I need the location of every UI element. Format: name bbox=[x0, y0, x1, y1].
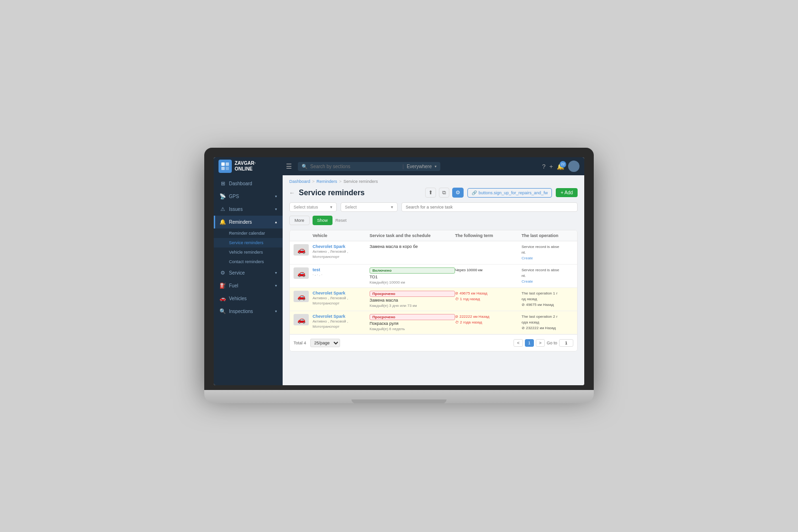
search-scope[interactable]: Everywhere bbox=[407, 164, 432, 169]
notifications-button[interactable]: 🔔 22 bbox=[557, 163, 564, 170]
task-name: Замена масла в коро бе bbox=[370, 244, 455, 249]
term-cell: Через 10000 км bbox=[455, 267, 522, 273]
service-task: Просрочено Замена масла Каждый(е) 3 дня … bbox=[370, 291, 455, 308]
status-filter-label: Select status bbox=[294, 205, 318, 209]
chevron-icon: ▾ bbox=[275, 309, 277, 314]
add-button[interactable]: + bbox=[549, 163, 553, 170]
page-title: Service reminders bbox=[299, 189, 421, 197]
more-button[interactable]: More bbox=[289, 216, 310, 225]
task-schedule: Каждый(е) 3 дня или 73 км bbox=[370, 304, 455, 308]
svg-rect-2 bbox=[221, 167, 225, 170]
sign-up-button[interactable]: 🔗 buttons.sign_up_for_repairs_and_fw bbox=[467, 188, 552, 198]
goto-label: Go to bbox=[547, 341, 557, 345]
sidebar-label: Inspections bbox=[229, 309, 272, 314]
chevron-icon: ▾ bbox=[275, 271, 277, 275]
content-area: Dashboard > Reminders > Service reminder… bbox=[283, 175, 584, 385]
user-avatar-button[interactable] bbox=[568, 161, 580, 172]
laptop-screen: ZAVGAR· ONLINE ☰ 🔍 | Everywhere ▾ ? bbox=[214, 157, 584, 385]
page-1-button[interactable]: 1 bbox=[525, 339, 534, 347]
table-header: Vehicle Service task and the schedule Th… bbox=[290, 230, 577, 241]
search-input[interactable] bbox=[310, 164, 400, 169]
logo-area: ZAVGAR· ONLINE bbox=[218, 160, 280, 173]
breadcrumb-dashboard[interactable]: Dashboard bbox=[289, 179, 310, 184]
breadcrumb-sep: > bbox=[339, 179, 342, 184]
sidebar-item-service[interactable]: ⚙ Service ▾ bbox=[214, 266, 283, 279]
last-op-line1: The last operation 1 г bbox=[522, 291, 578, 296]
per-page-select[interactable]: 25/page bbox=[310, 339, 340, 347]
create-link[interactable]: Create bbox=[522, 279, 578, 285]
reminders-icon: 🔔 bbox=[219, 219, 226, 225]
top-navbar: ZAVGAR· ONLINE ☰ 🔍 | Everywhere ▾ ? bbox=[214, 157, 584, 175]
laptop-base bbox=[204, 390, 594, 403]
nav-icons: ? + 🔔 22 bbox=[542, 161, 580, 172]
hamburger-button[interactable]: ☰ bbox=[284, 161, 294, 172]
type-filter-label: Select bbox=[345, 205, 357, 209]
sidebar-label: Dashboard bbox=[229, 181, 277, 186]
sidebar-item-vehicles[interactable]: 🚗 Vehicles bbox=[214, 292, 283, 305]
vehicle-meta: Активно , Легковой , Мототранспорт bbox=[313, 319, 370, 329]
issues-icon: ⚠ bbox=[219, 206, 226, 212]
goto-input[interactable] bbox=[559, 339, 573, 347]
chevron-icon: ▾ bbox=[275, 194, 277, 199]
breadcrumb-current: Service reminders bbox=[343, 179, 378, 184]
logo-icon bbox=[218, 160, 232, 173]
show-button[interactable]: Show bbox=[313, 216, 333, 225]
laptop-wrapper: ZAVGAR· ONLINE ☰ 🔍 | Everywhere ▾ ? bbox=[204, 148, 594, 403]
settings-button[interactable]: ⚙ bbox=[452, 188, 464, 198]
screen-bezel: ZAVGAR· ONLINE ☰ 🔍 | Everywhere ▾ ? bbox=[204, 148, 594, 390]
add-button[interactable]: + Add bbox=[556, 188, 578, 197]
type-filter[interactable]: Select ▾ bbox=[341, 202, 398, 212]
notification-count: 22 bbox=[560, 161, 566, 168]
next-page-button[interactable]: > bbox=[536, 339, 545, 347]
sidebar: ⊞ Dashboard 📡 GPS ▾ ⚠ Issues ▾ bbox=[214, 175, 283, 385]
vehicle-thumb: 🚗 bbox=[294, 314, 313, 325]
copy-button[interactable]: ⧉ bbox=[439, 188, 449, 198]
breadcrumb-reminders[interactable]: Reminders bbox=[316, 179, 337, 184]
status-filter[interactable]: Select status ▾ bbox=[289, 202, 337, 212]
sidebar-item-gps[interactable]: 📡 GPS ▾ bbox=[214, 190, 283, 203]
sub-item-label: Vehicle reminders bbox=[229, 250, 263, 255]
vehicle-info: Chevrolet Spark Активно , Легковой , Мот… bbox=[313, 244, 370, 259]
last-op-cell: Service record is abse nt. Create bbox=[522, 244, 578, 261]
sidebar-item-dashboard[interactable]: ⊞ Dashboard bbox=[214, 177, 283, 190]
vehicle-name[interactable]: Chevrolet Spark bbox=[313, 291, 370, 295]
chevron-icon: ▾ bbox=[275, 284, 277, 288]
status-chevron-icon: ▾ bbox=[330, 205, 332, 209]
breadcrumb-sep: > bbox=[312, 179, 314, 184]
vehicle-name[interactable]: Chevrolet Spark bbox=[313, 314, 370, 319]
vehicle-name[interactable]: test bbox=[313, 267, 370, 272]
help-widget-button[interactable]: ? bbox=[542, 163, 545, 170]
sub-item-label: Service reminders bbox=[229, 240, 264, 245]
breadcrumb: Dashboard > Reminders > Service reminder… bbox=[289, 179, 578, 184]
sidebar-item-reminders[interactable]: 🔔 Reminders ▴ bbox=[214, 216, 283, 228]
chevron-icon: ▾ bbox=[275, 207, 277, 211]
pagination-total: Total 4 bbox=[294, 341, 306, 345]
reset-button[interactable]: Reset bbox=[335, 216, 347, 225]
sidebar-sub-item-vehicle-reminders[interactable]: Vehicle reminders bbox=[214, 247, 283, 257]
prev-page-button[interactable]: < bbox=[513, 339, 522, 347]
term-cell: ⊘ 222222 км Назад ⏱ 2 года назад bbox=[455, 314, 522, 325]
create-link[interactable]: Create bbox=[522, 256, 578, 261]
service-task: Просрочено Покраска руля Каждый(е) 6 нед… bbox=[370, 314, 455, 331]
sidebar-item-issues[interactable]: ⚠ Issues ▾ bbox=[214, 203, 283, 216]
service-task: Замена масла в коро бе bbox=[370, 244, 455, 249]
service-task: Включено ТО1 Каждый(е) 10000 км bbox=[370, 267, 455, 285]
task-search-input[interactable] bbox=[401, 202, 578, 212]
sidebar-sub-item-reminder-calendar[interactable]: Reminder calendar bbox=[214, 228, 283, 238]
service-icon: ⚙ bbox=[219, 270, 226, 276]
vehicles-icon: 🚗 bbox=[219, 295, 226, 302]
gps-icon: 📡 bbox=[219, 193, 226, 200]
task-name: Покраска руля bbox=[370, 321, 455, 326]
term-cell: ⊘ 49675 км Назад ⏱ 1 год назад bbox=[455, 291, 522, 302]
export-button[interactable]: ⬆ bbox=[425, 188, 436, 198]
sidebar-item-fuel[interactable]: ⛽ Fuel ▾ bbox=[214, 279, 283, 292]
vehicle-image: 🚗 bbox=[294, 244, 309, 256]
sidebar-item-inspections[interactable]: 🔍 Inspections ▾ bbox=[214, 305, 283, 318]
sidebar-sub-item-contact-reminders[interactable]: Contact reminders bbox=[214, 257, 283, 266]
vehicle-thumb: 🚗 bbox=[294, 267, 313, 279]
sidebar-sub-item-service-reminders[interactable]: Service reminders bbox=[214, 238, 283, 247]
sidebar-label: GPS bbox=[229, 194, 272, 199]
back-button[interactable]: ← bbox=[289, 190, 295, 196]
vehicle-name[interactable]: Chevrolet Spark bbox=[313, 244, 370, 249]
vehicle-meta: Активно , Легковой , Мототранспорт bbox=[313, 249, 370, 259]
